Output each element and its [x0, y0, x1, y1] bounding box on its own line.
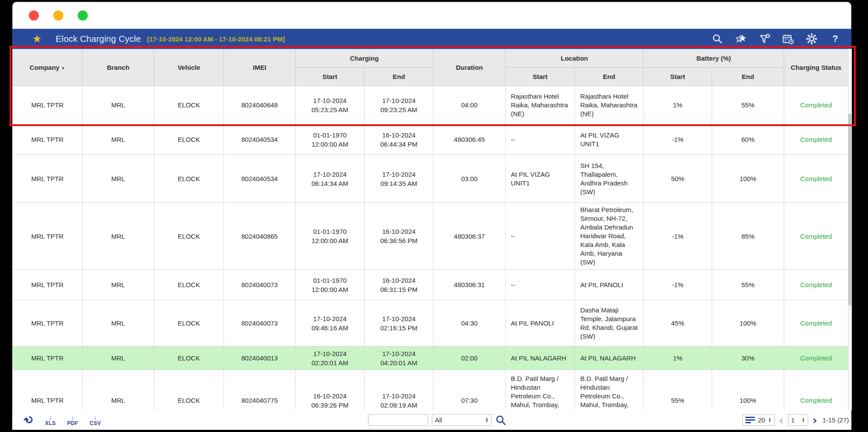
schedule-calendar-icon[interactable]: [782, 32, 795, 45]
pagination-range-label: 1-15 (27): [822, 416, 849, 424]
cell-charging-end: 16-10-2024 06:36:56 PM: [365, 203, 434, 270]
table-row[interactable]: MRL TPTRMRLELOCK802404086501-01-1970 12:…: [13, 203, 848, 270]
cell-branch: MRL: [83, 346, 154, 370]
export-csv-button[interactable]: ↓ CSV: [90, 415, 101, 426]
cell-duration: 03:00: [434, 155, 506, 203]
next-page-button[interactable]: ›: [813, 415, 817, 426]
search-icon[interactable]: [711, 32, 724, 45]
cell-branch: MRL: [83, 300, 154, 346]
cell-location-end: At PIL VIZAG UNIT1: [575, 124, 644, 155]
cell-status: Completed: [784, 370, 848, 411]
help-icon[interactable]: ?: [829, 32, 842, 45]
cell-battery-start: 1%: [644, 86, 712, 124]
imei-column-header[interactable]: IMEI: [224, 49, 296, 86]
cell-location-start: --: [506, 124, 575, 155]
select-spinner-icon: ▲▼: [485, 418, 489, 423]
minimize-window-button[interactable]: [53, 10, 63, 21]
cell-charging-end: 17-10-2024 02:09:19 AM: [365, 370, 434, 411]
cell-status: Completed: [784, 346, 848, 370]
cell-location-end: Dasha Mataji Temple, Jalampura Rd, Khand…: [575, 300, 644, 346]
cell-imei: 8024040534: [224, 155, 296, 203]
favorite-star-icon[interactable]: ★: [32, 34, 42, 44]
settings-gear-icon[interactable]: [805, 32, 818, 45]
cell-location-end: Bharat Petroleum, Sirmour, NH-72, Ambala…: [575, 203, 644, 270]
table-row[interactable]: MRL TPTRMRLELOCK802404001317-10-2024 02:…: [13, 346, 848, 370]
vertical-scrollbar-thumb[interactable]: [848, 113, 851, 305]
vehicle-column-header[interactable]: Vehicle: [154, 49, 224, 86]
cell-imei: 8024040775: [224, 370, 296, 411]
export-pdf-button[interactable]: ↓ PDF: [67, 415, 79, 426]
cell-battery-start: -1%: [644, 270, 712, 300]
close-window-button[interactable]: [29, 10, 39, 21]
date-range-label[interactable]: [17-10-2024 12:00 AM - 17-10-2024 08:21 …: [147, 35, 285, 43]
cell-company: MRL TPTR: [13, 300, 83, 346]
footer-toolbar: ↻ ↓ XLS ↓ PDF ↓ CSV All ▲▼: [12, 410, 851, 430]
cell-charging-end: 17-10-2024 04:20:01 AM: [365, 346, 434, 370]
cell-charging-start: 16-10-2024 06:39:26 PM: [296, 370, 365, 411]
cell-battery-end: 100%: [712, 155, 784, 203]
charging-status-column-header[interactable]: Charging Status: [784, 49, 848, 86]
table-row[interactable]: MRL TPTRMRLELOCK802404064817-10-2024 05:…: [13, 86, 848, 124]
cell-charging-end: 17-10-2024 02:16:15 PM: [365, 300, 434, 346]
cell-battery-start: -1%: [644, 203, 712, 270]
battery-end-header[interactable]: End: [712, 68, 784, 86]
filter-icon[interactable]: [758, 32, 771, 45]
cell-charging-start: 01-01-1970 12:00:00 AM: [296, 124, 365, 155]
cell-status: Completed: [784, 203, 848, 270]
download-arrow-icon: ↓: [94, 415, 97, 420]
cell-imei: 8024040013: [224, 346, 296, 370]
table-header: Company▲ Branch Vehicle IMEI Charging Du…: [13, 49, 848, 86]
cell-vehicle: ELOCK: [154, 346, 224, 370]
location-end-header[interactable]: End: [575, 68, 644, 86]
cell-company: MRL TPTR: [13, 203, 83, 270]
cell-branch: MRL: [83, 124, 154, 155]
location-start-header[interactable]: Start: [506, 68, 575, 86]
cell-status: Completed: [784, 86, 848, 124]
cell-location-end: At PIL PANOLI: [575, 270, 644, 300]
table-row[interactable]: MRL TPTRMRLELOCK802404077516-10-2024 06:…: [13, 370, 848, 411]
search-column-select[interactable]: All ▲▼: [432, 414, 492, 426]
duration-column-header[interactable]: Duration: [434, 49, 506, 86]
charging-start-header[interactable]: Start: [296, 68, 365, 86]
cell-vehicle: ELOCK: [154, 86, 224, 124]
cell-battery-start: 45%: [644, 300, 712, 346]
cell-battery-start: 1%: [644, 346, 712, 370]
cell-imei: 8024040648: [224, 86, 296, 124]
charging-group-header: Charging: [296, 49, 434, 68]
cell-battery-start: 55%: [644, 370, 712, 411]
cell-location-end: Rajasthani Hotel Raika, Maharashtra (NE): [575, 86, 644, 124]
refresh-icon[interactable]: ↻: [22, 413, 36, 427]
cell-status: Completed: [784, 155, 848, 203]
cell-location-start: --: [506, 203, 575, 270]
download-arrow-icon: ↓: [49, 415, 52, 420]
cell-battery-end: 85%: [712, 203, 784, 270]
sort-ascending-icon: ▲: [61, 65, 65, 70]
branch-column-header[interactable]: Branch: [83, 49, 154, 86]
cell-company: MRL TPTR: [13, 370, 83, 411]
download-arrow-icon: ↓: [71, 415, 74, 420]
cell-location-end: B.D. Patil Marg / Hindustan Petroleum Co…: [575, 370, 644, 411]
company-column-header[interactable]: Company▲: [13, 49, 83, 86]
cell-duration: 02:00: [434, 346, 506, 370]
cell-vehicle: ELOCK: [154, 124, 224, 155]
table-row[interactable]: MRL TPTRMRLELOCK802404053417-10-2024 06:…: [13, 155, 848, 203]
maximize-window-button[interactable]: [78, 10, 88, 21]
charging-end-header[interactable]: End: [365, 68, 434, 86]
search-input[interactable]: [368, 414, 428, 426]
cell-imei: 8024040534: [224, 124, 296, 155]
table-search-icon[interactable]: [495, 415, 506, 426]
export-xls-button[interactable]: ↓ XLS: [45, 415, 56, 426]
table-row[interactable]: MRL TPTRMRLELOCK802404007317-10-2024 09:…: [13, 300, 848, 346]
table-row[interactable]: MRL TPTRMRLELOCK802404007301-01-1970 12:…: [13, 270, 848, 300]
table-row[interactable]: MRL TPTRMRLELOCK802404053401-01-1970 12:…: [13, 124, 848, 155]
cell-branch: MRL: [83, 86, 154, 124]
previous-page-button[interactable]: ‹: [779, 415, 784, 426]
cell-imei: 8024040073: [224, 300, 296, 346]
cell-status: Completed: [784, 270, 848, 300]
battery-start-header[interactable]: Start: [644, 68, 712, 86]
cell-charging-end: 17-10-2024 09:14:35 AM: [365, 155, 434, 203]
current-page-input[interactable]: 1 ▲▼: [788, 414, 808, 426]
favorites-icon[interactable]: [734, 32, 747, 45]
rows-per-page-icon: [745, 417, 755, 423]
page-size-select[interactable]: 20 ▲▼: [742, 414, 775, 426]
